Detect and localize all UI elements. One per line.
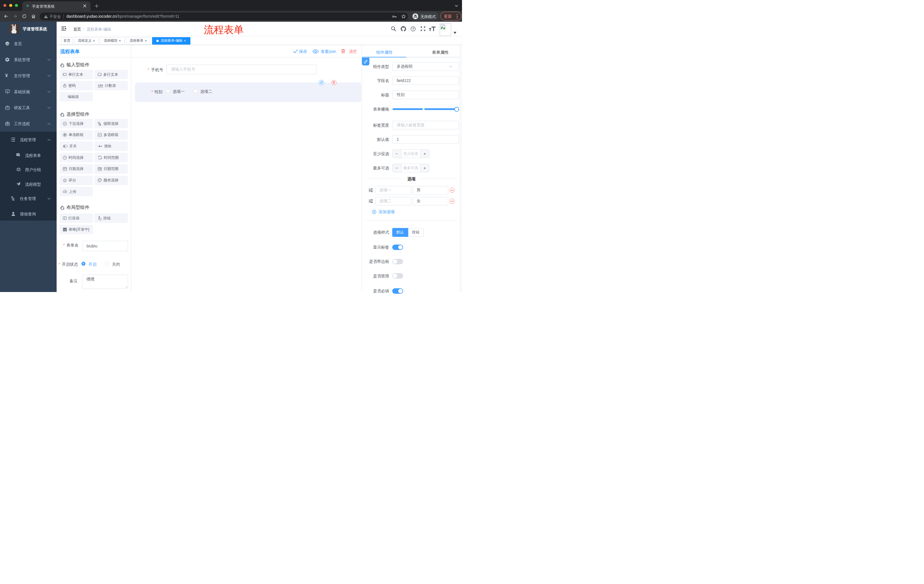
svg-text:?: ? (412, 27, 414, 31)
